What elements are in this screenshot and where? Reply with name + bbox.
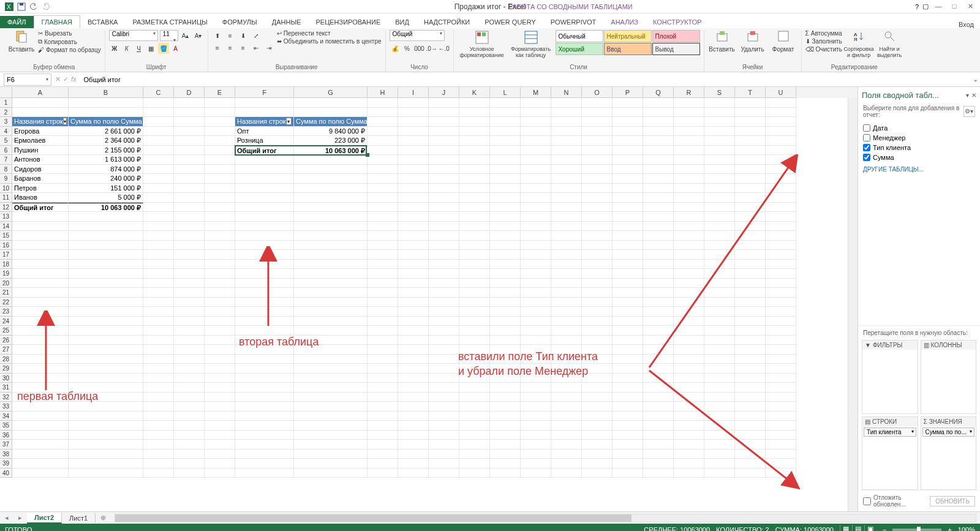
- tab-addins[interactable]: НАДСТРОЙКИ: [417, 16, 477, 28]
- column-header[interactable]: T: [735, 87, 766, 98]
- style-good[interactable]: Хороший: [556, 43, 603, 55]
- percent-format-icon[interactable]: %: [402, 43, 413, 54]
- column-header[interactable]: C: [143, 87, 174, 98]
- row-header[interactable]: 26: [0, 336, 12, 345]
- column-header[interactable]: N: [551, 87, 582, 98]
- ribbon-display-icon[interactable]: ▢: [922, 2, 929, 10]
- row-header[interactable]: 9: [0, 174, 12, 184]
- row-header[interactable]: 19: [0, 269, 12, 279]
- style-output[interactable]: Вывод: [652, 43, 700, 55]
- column-header[interactable]: H: [368, 87, 398, 98]
- row-header[interactable]: 8: [0, 165, 12, 175]
- cell[interactable]: 5 000 ₽: [69, 193, 143, 203]
- row-header[interactable]: 36: [0, 431, 12, 440]
- format-cells-button[interactable]: Формат: [769, 30, 797, 53]
- cell[interactable]: 240 000 ₽: [69, 174, 143, 184]
- column-header[interactable]: B: [69, 87, 143, 98]
- increase-indent-icon[interactable]: ⇥: [263, 42, 274, 53]
- tab-analyze[interactable]: АНАЛИЗ: [603, 16, 646, 28]
- align-center-icon[interactable]: ≡: [225, 42, 236, 53]
- tab-insert[interactable]: ВСТАВКА: [80, 16, 125, 28]
- row-header[interactable]: 27: [0, 345, 12, 355]
- column-header[interactable]: S: [704, 87, 735, 98]
- row-header[interactable]: 16: [0, 241, 12, 250]
- cell[interactable]: 10 063 000 ₽: [69, 203, 143, 213]
- cell[interactable]: Розница: [235, 136, 294, 146]
- field-pane-close-icon[interactable]: ✕: [971, 92, 976, 99]
- cell[interactable]: 223 000 ₽: [294, 136, 368, 146]
- row-header[interactable]: 29: [0, 364, 12, 374]
- cell[interactable]: 151 000 ₽: [69, 184, 143, 194]
- field-checkbox[interactable]: Сумма: [863, 153, 975, 162]
- row-header[interactable]: 32: [0, 393, 12, 402]
- view-normal-icon[interactable]: ▦: [840, 525, 852, 531]
- tab-view[interactable]: ВИД: [388, 16, 417, 28]
- row-header[interactable]: 30: [0, 374, 12, 383]
- cut-button[interactable]: ✂Вырезать: [38, 30, 101, 37]
- font-name-select[interactable]: Calibri: [109, 30, 158, 41]
- autosum-button[interactable]: ΣАвтосумма: [805, 30, 843, 37]
- help-icon[interactable]: ?: [915, 3, 919, 10]
- italic-button[interactable]: К: [121, 43, 132, 54]
- tab-data[interactable]: ДАННЫЕ: [265, 16, 309, 28]
- cell[interactable]: 2 661 000 ₽: [69, 127, 143, 137]
- other-tables-link[interactable]: ДРУГИЕ ТАБЛИЦЫ...: [858, 164, 980, 175]
- row-header[interactable]: 34: [0, 412, 12, 421]
- paste-button[interactable]: Вставить: [7, 30, 36, 53]
- sheet-tab-2[interactable]: Лист1: [62, 513, 96, 523]
- select-all-button[interactable]: [0, 87, 12, 98]
- horizontal-scrollbar[interactable]: [115, 514, 976, 522]
- copy-button[interactable]: ⧉Копировать: [38, 38, 101, 45]
- underline-button[interactable]: Ч: [134, 43, 145, 54]
- font-size-select[interactable]: 11: [160, 30, 178, 41]
- align-middle-icon[interactable]: ≡: [225, 30, 236, 41]
- align-top-icon[interactable]: ⬆: [212, 30, 223, 41]
- wrap-text-button[interactable]: ↩Перенести текст: [277, 30, 382, 37]
- cell[interactable]: Сидоров: [12, 165, 69, 175]
- sheet-nav-prev[interactable]: ◂: [0, 514, 13, 522]
- insert-cells-button[interactable]: Вставить: [708, 30, 736, 53]
- tab-home[interactable]: ГЛАВНАЯ: [34, 15, 80, 28]
- border-button[interactable]: ▦: [146, 43, 157, 54]
- column-header[interactable]: D: [174, 87, 205, 98]
- column-header[interactable]: G: [294, 87, 368, 98]
- defer-update-checkbox[interactable]: Отложить обновлен...: [863, 494, 930, 508]
- cell[interactable]: Общий итог: [235, 146, 294, 156]
- row-field-chip[interactable]: Тип клиента: [864, 427, 916, 437]
- zoom-level[interactable]: 100%: [958, 526, 975, 531]
- row-header[interactable]: 33: [0, 402, 12, 412]
- undo-icon[interactable]: [29, 2, 38, 11]
- field-checkbox[interactable]: Тип клиента: [863, 143, 975, 153]
- row-header[interactable]: 13: [0, 212, 12, 222]
- row-header[interactable]: 22: [0, 298, 12, 307]
- column-header[interactable]: O: [582, 87, 612, 98]
- close-button[interactable]: ✕: [964, 2, 976, 11]
- cell[interactable]: Названия строк▾: [12, 117, 69, 127]
- decrease-indent-icon[interactable]: ⇤: [251, 42, 262, 53]
- enter-formula-icon[interactable]: ✓: [63, 75, 69, 83]
- spreadsheet-grid[interactable]: ABCDEFGHIJKLMNOPQRSTU 123456789101112131…: [0, 87, 858, 511]
- row-header[interactable]: 12: [0, 203, 12, 213]
- column-header[interactable]: F: [235, 87, 294, 98]
- vertical-scrollbar[interactable]: [848, 98, 858, 511]
- view-page-break-icon[interactable]: ▣: [864, 525, 876, 531]
- align-bottom-icon[interactable]: ⬇: [238, 30, 249, 41]
- style-normal[interactable]: Обычный: [556, 30, 603, 42]
- cell[interactable]: Иванов: [12, 193, 69, 203]
- column-header[interactable]: R: [674, 87, 704, 98]
- cell[interactable]: Петров: [12, 184, 69, 194]
- cell[interactable]: Антонов: [12, 155, 69, 165]
- cell[interactable]: 2 364 000 ₽: [69, 136, 143, 146]
- align-left-icon[interactable]: ≡: [212, 42, 223, 53]
- row-header[interactable]: 10: [0, 184, 12, 194]
- row-header[interactable]: 17: [0, 250, 12, 260]
- zoom-out-button[interactable]: −: [883, 526, 886, 531]
- redo-icon[interactable]: [42, 2, 50, 11]
- row-header[interactable]: 4: [0, 127, 12, 137]
- align-right-icon[interactable]: ≡: [238, 42, 249, 53]
- row-header[interactable]: 15: [0, 231, 12, 241]
- area-filters[interactable]: ▼ФИЛЬТРЫ: [862, 340, 918, 414]
- tab-file[interactable]: ФАЙЛ: [0, 16, 34, 28]
- tab-powerpivot[interactable]: POWERPIVOT: [543, 16, 604, 28]
- field-checkbox[interactable]: Менеджер: [863, 133, 975, 143]
